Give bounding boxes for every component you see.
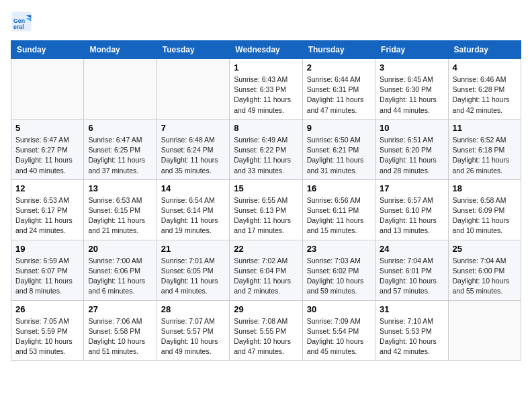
day-number: 19: [15, 244, 79, 254]
day-number: 27: [88, 304, 152, 314]
day-number: 22: [234, 244, 298, 254]
header-day-sunday: Sunday: [11, 41, 84, 59]
day-number: 26: [15, 304, 79, 314]
day-info: Sunrise: 7:10 AM Sunset: 5:53 PM Dayligh…: [380, 316, 443, 357]
header-day-thursday: Thursday: [302, 41, 375, 59]
calendar-cell: 15Sunrise: 6:55 AM Sunset: 6:13 PM Dayli…: [230, 179, 302, 240]
calendar-table: SundayMondayTuesdayWednesdayThursdayFrid…: [11, 40, 521, 361]
day-info: Sunrise: 6:44 AM Sunset: 6:31 PM Dayligh…: [307, 75, 371, 116]
calendar-cell: [84, 59, 157, 120]
day-info: Sunrise: 7:02 AM Sunset: 6:04 PM Dayligh…: [234, 256, 298, 297]
calendar-cell: 10Sunrise: 6:51 AM Sunset: 6:20 PM Dayli…: [375, 119, 448, 179]
day-info: Sunrise: 6:59 AM Sunset: 6:07 PM Dayligh…: [15, 256, 79, 297]
day-number: 17: [380, 183, 443, 193]
day-number: 11: [453, 123, 517, 133]
day-info: Sunrise: 7:07 AM Sunset: 5:57 PM Dayligh…: [161, 316, 225, 357]
calendar-cell: 11Sunrise: 6:52 AM Sunset: 6:18 PM Dayli…: [448, 119, 521, 179]
calendar-cell: 19Sunrise: 6:59 AM Sunset: 6:07 PM Dayli…: [11, 240, 84, 300]
page-header: Gen eral: [11, 11, 521, 32]
calendar-cell: 14Sunrise: 6:54 AM Sunset: 6:14 PM Dayli…: [157, 179, 229, 240]
day-number: 12: [15, 183, 79, 193]
calendar-cell: 26Sunrise: 7:05 AM Sunset: 5:59 PM Dayli…: [11, 300, 84, 361]
day-info: Sunrise: 6:50 AM Sunset: 6:21 PM Dayligh…: [307, 135, 371, 176]
day-number: 21: [161, 244, 225, 254]
day-number: 29: [234, 304, 298, 314]
day-info: Sunrise: 6:51 AM Sunset: 6:20 PM Dayligh…: [380, 135, 443, 176]
calendar-cell: 22Sunrise: 7:02 AM Sunset: 6:04 PM Dayli…: [230, 240, 302, 300]
day-info: Sunrise: 6:47 AM Sunset: 6:27 PM Dayligh…: [15, 135, 79, 176]
day-info: Sunrise: 7:00 AM Sunset: 6:06 PM Dayligh…: [88, 256, 152, 297]
day-info: Sunrise: 7:06 AM Sunset: 5:58 PM Dayligh…: [88, 316, 152, 357]
day-info: Sunrise: 6:46 AM Sunset: 6:28 PM Dayligh…: [453, 75, 517, 116]
day-number: 2: [307, 62, 371, 73]
calendar-cell: 31Sunrise: 7:10 AM Sunset: 5:53 PM Dayli…: [375, 300, 448, 361]
day-number: 10: [380, 123, 443, 133]
day-number: 3: [380, 62, 443, 73]
day-info: Sunrise: 7:04 AM Sunset: 6:00 PM Dayligh…: [453, 256, 517, 297]
day-info: Sunrise: 6:53 AM Sunset: 6:17 PM Dayligh…: [15, 195, 79, 236]
calendar-cell: 29Sunrise: 7:08 AM Sunset: 5:55 PM Dayli…: [230, 300, 302, 361]
calendar-cell: 17Sunrise: 6:57 AM Sunset: 6:10 PM Dayli…: [375, 179, 448, 240]
day-number: 20: [88, 244, 152, 254]
day-number: 13: [88, 183, 152, 193]
calendar-cell: 24Sunrise: 7:04 AM Sunset: 6:01 PM Dayli…: [375, 240, 448, 300]
calendar-cell: 21Sunrise: 7:01 AM Sunset: 6:05 PM Dayli…: [157, 240, 229, 300]
day-info: Sunrise: 6:54 AM Sunset: 6:14 PM Dayligh…: [161, 195, 225, 236]
day-number: 31: [380, 304, 443, 314]
day-number: 1: [234, 62, 298, 73]
day-info: Sunrise: 6:49 AM Sunset: 6:22 PM Dayligh…: [234, 135, 298, 176]
day-number: 18: [453, 183, 517, 193]
calendar-cell: 25Sunrise: 7:04 AM Sunset: 6:00 PM Dayli…: [448, 240, 521, 300]
calendar-cell: 13Sunrise: 6:53 AM Sunset: 6:15 PM Dayli…: [84, 179, 157, 240]
day-info: Sunrise: 6:53 AM Sunset: 6:15 PM Dayligh…: [88, 195, 152, 236]
calendar-cell: 27Sunrise: 7:06 AM Sunset: 5:58 PM Dayli…: [84, 300, 157, 361]
calendar-cell: 23Sunrise: 7:03 AM Sunset: 6:02 PM Dayli…: [302, 240, 375, 300]
calendar-cell: 18Sunrise: 6:58 AM Sunset: 6:09 PM Dayli…: [448, 179, 521, 240]
day-number: 30: [307, 304, 371, 314]
calendar-cell: 1Sunrise: 6:43 AM Sunset: 6:33 PM Daylig…: [230, 59, 302, 120]
header-day-wednesday: Wednesday: [230, 41, 302, 59]
day-info: Sunrise: 6:45 AM Sunset: 6:30 PM Dayligh…: [380, 75, 443, 116]
calendar-header: SundayMondayTuesdayWednesdayThursdayFrid…: [11, 41, 521, 59]
day-info: Sunrise: 6:47 AM Sunset: 6:25 PM Dayligh…: [88, 135, 152, 176]
day-info: Sunrise: 6:56 AM Sunset: 6:11 PM Dayligh…: [307, 195, 371, 236]
day-number: 4: [453, 62, 517, 73]
calendar-cell: 5Sunrise: 6:47 AM Sunset: 6:27 PM Daylig…: [11, 119, 84, 179]
day-info: Sunrise: 6:48 AM Sunset: 6:24 PM Dayligh…: [161, 135, 225, 176]
day-info: Sunrise: 6:57 AM Sunset: 6:10 PM Dayligh…: [380, 195, 443, 236]
calendar-cell: 16Sunrise: 6:56 AM Sunset: 6:11 PM Dayli…: [302, 179, 375, 240]
day-number: 14: [161, 183, 225, 193]
calendar-cell: 20Sunrise: 7:00 AM Sunset: 6:06 PM Dayli…: [84, 240, 157, 300]
calendar-cell: 28Sunrise: 7:07 AM Sunset: 5:57 PM Dayli…: [157, 300, 229, 361]
day-info: Sunrise: 7:01 AM Sunset: 6:05 PM Dayligh…: [161, 256, 225, 297]
day-number: 7: [161, 123, 225, 133]
calendar-cell: 4Sunrise: 6:46 AM Sunset: 6:28 PM Daylig…: [448, 59, 521, 120]
calendar-cell: [11, 59, 84, 120]
day-number: 8: [234, 123, 298, 133]
day-info: Sunrise: 7:03 AM Sunset: 6:02 PM Dayligh…: [307, 256, 371, 297]
logo-icon: Gen eral: [11, 11, 32, 32]
day-number: 16: [307, 183, 371, 193]
day-info: Sunrise: 6:52 AM Sunset: 6:18 PM Dayligh…: [453, 135, 517, 176]
day-number: 23: [307, 244, 371, 254]
header-day-saturday: Saturday: [448, 41, 521, 59]
header-day-monday: Monday: [84, 41, 157, 59]
svg-text:eral: eral: [13, 24, 24, 30]
day-number: 15: [234, 183, 298, 193]
day-info: Sunrise: 6:43 AM Sunset: 6:33 PM Dayligh…: [234, 75, 298, 116]
calendar-cell: 7Sunrise: 6:48 AM Sunset: 6:24 PM Daylig…: [157, 119, 229, 179]
day-number: 25: [453, 244, 517, 254]
svg-text:Gen: Gen: [13, 17, 25, 24]
calendar-cell: 12Sunrise: 6:53 AM Sunset: 6:17 PM Dayli…: [11, 179, 84, 240]
header-day-friday: Friday: [375, 41, 448, 59]
day-number: 24: [380, 244, 443, 254]
day-info: Sunrise: 6:58 AM Sunset: 6:09 PM Dayligh…: [453, 195, 517, 236]
calendar-cell: 8Sunrise: 6:49 AM Sunset: 6:22 PM Daylig…: [230, 119, 302, 179]
calendar-cell: 2Sunrise: 6:44 AM Sunset: 6:31 PM Daylig…: [302, 59, 375, 120]
calendar-cell: 30Sunrise: 7:09 AM Sunset: 5:54 PM Dayli…: [302, 300, 375, 361]
day-number: 28: [161, 304, 225, 314]
calendar-cell: [157, 59, 229, 120]
day-info: Sunrise: 7:09 AM Sunset: 5:54 PM Dayligh…: [307, 316, 371, 357]
day-info: Sunrise: 7:04 AM Sunset: 6:01 PM Dayligh…: [380, 256, 443, 297]
day-number: 6: [88, 123, 152, 133]
